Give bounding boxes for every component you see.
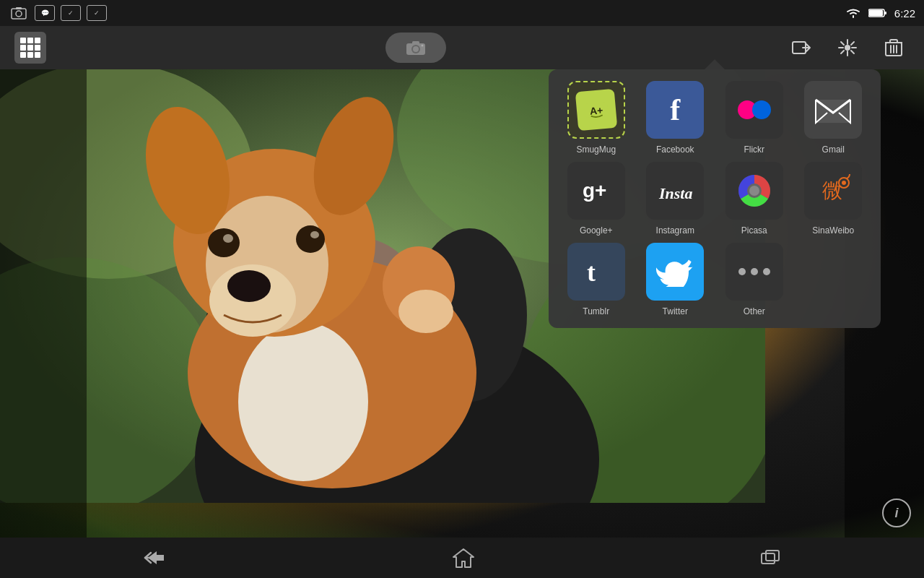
svg-point-43 bbox=[227, 270, 271, 302]
share-item-smugmug[interactable]: A+ SmugMug bbox=[560, 81, 632, 155]
svg-rect-5 bbox=[884, 12, 886, 14]
recent-icon bbox=[759, 548, 782, 568]
other-icon bbox=[735, 255, 774, 288]
sinaweibo-label: SinaWeibo bbox=[812, 225, 854, 236]
svg-rect-68 bbox=[762, 553, 775, 564]
facebook-label: Facebook bbox=[656, 144, 694, 155]
sinaweibo-icon: 微 bbox=[814, 174, 853, 207]
share-item-sinaweibo[interactable]: 微 SinaWeibo bbox=[798, 162, 870, 236]
svg-line-18 bbox=[851, 42, 854, 45]
instagram-icon: Insta bbox=[655, 174, 694, 207]
grid-icon bbox=[20, 38, 40, 58]
smugmug-inner-icon: A+ bbox=[575, 89, 617, 131]
share-item-tumblr[interactable]: t Tumblr bbox=[560, 243, 632, 316]
flickr-icon bbox=[736, 99, 773, 121]
gmail-icon bbox=[814, 95, 852, 124]
grid-button[interactable] bbox=[14, 32, 46, 64]
delete-button[interactable] bbox=[878, 32, 910, 64]
twitter-icon-box bbox=[646, 243, 704, 301]
twitter-label: Twitter bbox=[663, 306, 688, 316]
share-button[interactable] bbox=[785, 32, 817, 64]
svg-point-65 bbox=[751, 268, 758, 275]
svg-line-19 bbox=[841, 51, 844, 53]
gmail-label: Gmail bbox=[822, 144, 845, 155]
status-bar: 💬 ✓ ✓ 6:22 bbox=[0, 0, 924, 26]
share-item-flickr[interactable]: Flickr bbox=[718, 81, 790, 155]
flickr-label: Flickr bbox=[744, 144, 764, 155]
twitter-icon bbox=[656, 256, 694, 287]
svg-rect-0 bbox=[12, 9, 26, 19]
battery-icon bbox=[868, 8, 887, 18]
share-item-gmail[interactable]: Gmail bbox=[798, 81, 870, 155]
svg-point-62 bbox=[842, 181, 846, 185]
svg-point-8 bbox=[413, 46, 419, 52]
photo-icon bbox=[9, 5, 29, 21]
instagram-label: Instagram bbox=[656, 225, 694, 236]
svg-point-10 bbox=[422, 45, 424, 47]
googleplus-icon: g+ bbox=[577, 174, 616, 207]
svg-point-53 bbox=[752, 100, 771, 119]
svg-text:t: t bbox=[587, 258, 596, 287]
share-item-googleplus[interactable]: g+ Google+ bbox=[560, 162, 632, 236]
back-button[interactable] bbox=[142, 548, 168, 568]
camera-button[interactable] bbox=[385, 33, 446, 63]
svg-point-37 bbox=[238, 322, 368, 481]
svg-rect-69 bbox=[766, 551, 779, 561]
share-item-facebook[interactable]: f Facebook bbox=[640, 81, 712, 155]
svg-text:g+: g+ bbox=[583, 179, 606, 202]
tumblr-icon-box: t bbox=[567, 243, 625, 301]
tumblr-icon: t bbox=[577, 255, 616, 288]
toolbar-left bbox=[14, 32, 46, 64]
svg-rect-2 bbox=[16, 7, 22, 9]
talk-icon: 💬 bbox=[35, 5, 55, 21]
share-item-instagram[interactable]: Insta Instagram bbox=[640, 162, 712, 236]
wifi-icon bbox=[845, 7, 861, 19]
svg-point-20 bbox=[845, 45, 850, 51]
other-label: Other bbox=[744, 306, 765, 316]
svg-point-46 bbox=[223, 234, 233, 243]
home-button[interactable] bbox=[452, 547, 475, 569]
share-item-other[interactable]: Other bbox=[718, 243, 790, 316]
share-popup: A+ SmugMug f Facebook Flickr bbox=[549, 69, 881, 328]
nav-bar bbox=[0, 538, 924, 578]
facebook-icon: f bbox=[670, 92, 680, 127]
svg-point-44 bbox=[208, 228, 240, 257]
facebook-icon-box: f bbox=[646, 81, 704, 139]
svg-text:Insta: Insta bbox=[658, 184, 692, 202]
status-time: 6:22 bbox=[894, 7, 915, 20]
other-icon-box bbox=[725, 243, 783, 301]
status-icons-left: 💬 ✓ ✓ bbox=[9, 5, 107, 21]
status-icons-right: 6:22 bbox=[845, 7, 915, 20]
share-item-twitter[interactable]: Twitter bbox=[640, 243, 712, 316]
toolbar-right bbox=[785, 32, 910, 64]
svg-rect-26 bbox=[890, 40, 897, 43]
flickr-icon-box bbox=[725, 81, 783, 139]
svg-point-1 bbox=[16, 11, 22, 17]
share-item-picasa[interactable]: Picasa bbox=[718, 162, 790, 236]
toolbar bbox=[0, 26, 924, 69]
googleplus-label: Google+ bbox=[580, 225, 613, 236]
googleplus-icon-box: g+ bbox=[567, 162, 625, 220]
tumblr-label: Tumblr bbox=[583, 306, 609, 316]
toolbar-center bbox=[385, 33, 446, 63]
back-icon bbox=[142, 548, 168, 568]
svg-point-66 bbox=[763, 268, 770, 275]
check1-icon: ✓ bbox=[61, 5, 81, 21]
svg-line-16 bbox=[841, 42, 844, 45]
smugmug-label: SmugMug bbox=[576, 144, 616, 155]
svg-point-64 bbox=[738, 268, 746, 275]
picasa-icon bbox=[735, 171, 774, 210]
magic-button[interactable] bbox=[832, 32, 863, 64]
home-icon bbox=[452, 547, 475, 569]
instagram-icon-box: Insta bbox=[646, 162, 704, 220]
svg-line-17 bbox=[851, 51, 854, 53]
svg-point-45 bbox=[296, 225, 325, 253]
recent-button[interactable] bbox=[759, 548, 782, 568]
gmail-icon-box bbox=[804, 81, 862, 139]
svg-point-49 bbox=[398, 290, 453, 333]
side-panel-left bbox=[0, 26, 87, 538]
info-button[interactable]: i bbox=[882, 499, 911, 527]
svg-rect-4 bbox=[869, 10, 883, 16]
check2-icon: ✓ bbox=[87, 5, 107, 21]
smugmug-icon-box: A+ bbox=[567, 81, 625, 139]
